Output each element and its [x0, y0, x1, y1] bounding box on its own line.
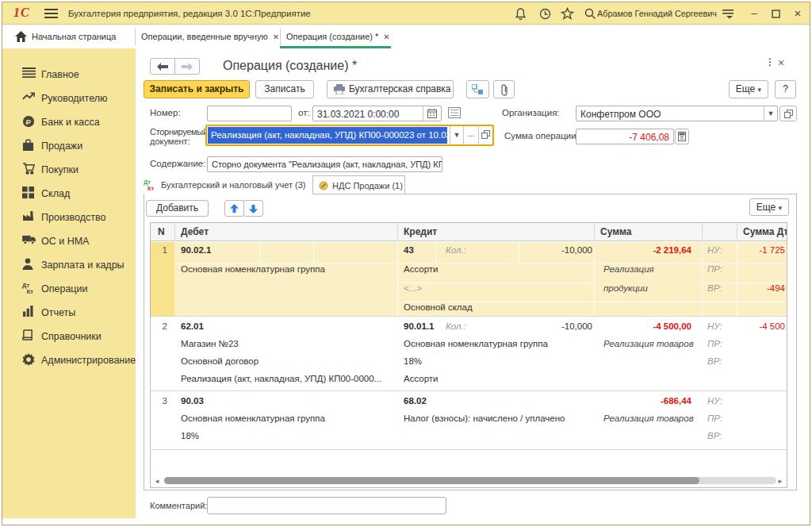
sidebar-item-1[interactable]: Главное [2, 67, 136, 90]
form-menu-dots-icon[interactable]: ⋮ [765, 56, 775, 67]
window-tab-bar: Начальная страница Операции, введенные в… [2, 25, 810, 48]
close-tab-icon[interactable]: ✕ [383, 33, 389, 41]
form-title: Операция (создание) * [223, 59, 357, 73]
form-close-icon[interactable]: × [778, 56, 784, 69]
save-and-close-button[interactable]: Записать и закрыть [144, 80, 250, 98]
search-icon[interactable] [584, 7, 598, 21]
sidebar-item-6[interactable]: Склад [2, 187, 136, 209]
printer-icon [334, 84, 345, 94]
page-box-top-border [312, 194, 797, 194]
organization-label: Организация: [502, 108, 560, 117]
sidebar-item-2[interactable]: Руководителю [2, 91, 136, 113]
forward-button[interactable] [174, 58, 200, 75]
open-doc-button[interactable] [478, 126, 492, 144]
table-row-3[interactable]: 390.03Основная номенклатурная группа18%6… [151, 392, 787, 450]
row-number: 2 [151, 321, 167, 331]
dtkt-icon: Дт Кт [144, 179, 156, 190]
bag-icon [22, 139, 37, 154]
col-credit: Кредит [404, 226, 437, 237]
tab-operation-create[interactable]: Операция (создание) * ✕ [286, 25, 390, 48]
user-menu-icon[interactable] [722, 9, 737, 22]
postings-table[interactable]: N Дебет Кредит Сумма Сумма Дт 190.02.1Ос… [150, 222, 787, 488]
form-more-button[interactable]: Еще ▾ [729, 80, 768, 98]
sidebar-item-10[interactable]: ДтКтОперации [2, 282, 136, 304]
table-header: N Дебет Кредит Сумма Сумма Дт [151, 223, 787, 241]
tab-home[interactable]: Начальная страница [15, 25, 116, 48]
content-input[interactable]: Сторно документа "Реализация (акт, накла… [207, 156, 442, 172]
choose-button[interactable]: ... [463, 126, 478, 144]
add-row-button[interactable]: Добавить [146, 200, 209, 217]
sidebar-item-5[interactable]: Покупки [2, 163, 136, 185]
col-n: N [158, 226, 165, 237]
move-down-button[interactable] [243, 200, 263, 217]
dropdown-arrow-icon[interactable]: ▼ [764, 106, 777, 121]
tab-manual-operations[interactable]: Операции, введенные вручную ✕ [141, 25, 279, 48]
horizontal-scrollbar[interactable]: ◄ ► [152, 476, 785, 486]
save-button[interactable]: Записать [255, 80, 314, 98]
maximize-button[interactable] [768, 7, 783, 20]
table-row-1[interactable]: 190.02.1Основная номенклатурная группа43… [151, 242, 787, 317]
comment-label: Комментарий: [150, 501, 207, 510]
storno-doc-combo[interactable]: Реализация (акт, накладная, УПД) КП00-00… [205, 125, 494, 146]
grid-icon [22, 187, 37, 202]
svg-text:P: P [26, 117, 31, 126]
scrollbar-thumb[interactable] [164, 477, 699, 484]
storno-doc-label2: документ: [150, 137, 190, 146]
notifications-bell-icon[interactable] [514, 7, 528, 21]
close-tab-icon[interactable]: ✕ [273, 33, 279, 41]
favorites-star-icon[interactable] [561, 7, 575, 21]
person-icon [22, 258, 37, 273]
back-button[interactable] [150, 58, 175, 75]
organization-combo[interactable]: Конфетпром ООО ▼ [576, 106, 778, 121]
minimize-button[interactable]: – [747, 7, 761, 20]
move-up-button[interactable] [224, 200, 244, 217]
date-from-label: от: [298, 108, 310, 117]
history-icon[interactable] [538, 7, 553, 21]
main-menu-icon[interactable] [44, 9, 58, 18]
number-input[interactable] [207, 106, 292, 121]
page-tab-vat[interactable]: НДС Продажи (1) [312, 175, 405, 194]
accounting-reference-button[interactable]: Бухгалтерская справка [327, 80, 454, 98]
help-button[interactable]: ? [775, 80, 796, 98]
sidebar-item-12[interactable]: Справочники [2, 329, 136, 352]
number-label: Номер: [150, 108, 181, 117]
tab-divider [135, 28, 136, 45]
title-bar: 1С Бухгалтерия предприятия, редакция 3.0… [2, 2, 810, 25]
organization-open-button[interactable] [779, 106, 797, 121]
truck-icon [22, 234, 37, 249]
table-more-button[interactable]: Еще ▾ [749, 198, 789, 216]
trend-icon [22, 91, 37, 106]
storno-doc-label: Сторнируемый [150, 127, 208, 137]
calendar-icon[interactable] [423, 106, 441, 121]
cart-icon [22, 163, 37, 178]
current-user[interactable]: Абрамов Геннадий Сергеевич [597, 9, 717, 18]
structure-button[interactable] [466, 80, 489, 98]
sidebar: ГлавноеРуководителюPБанк и кассаПродажиП… [2, 48, 136, 518]
history-list-icon[interactable] [448, 107, 461, 118]
calculator-icon[interactable] [675, 129, 689, 144]
sidebar-item-4[interactable]: Продажи [2, 139, 136, 161]
dropdown-arrow-icon[interactable]: ▼ [450, 126, 463, 144]
comment-input[interactable] [207, 497, 446, 514]
svg-text:Кт: Кт [27, 288, 34, 294]
book-icon [22, 329, 37, 344]
sidebar-item-13[interactable]: Администрирование [2, 353, 136, 375]
sidebar-item-9[interactable]: Зарплата и кадры [2, 258, 136, 280]
attachment-button[interactable] [493, 80, 515, 98]
col-sum: Сумма [600, 226, 631, 237]
app-window: 1С Бухгалтерия предприятия, редакция 3.0… [2, 2, 810, 525]
date-input[interactable]: 31.03.2021 0:00:00 [312, 106, 442, 121]
storno-doc-value[interactable]: Реализация (акт, накладная, УПД) КП00-00… [208, 127, 447, 144]
col-debit: Дебет [181, 226, 209, 237]
operation-sum-input[interactable]: -7 406,08 [576, 129, 674, 144]
sidebar-item-7[interactable]: Производство [2, 210, 136, 233]
dtkt-icon: ДтКт [22, 282, 37, 297]
1c-logo: 1С [13, 6, 30, 20]
table-row-2[interactable]: 262.01Магазин №23Основной договорРеализа… [151, 317, 787, 391]
window-title: Бухгалтерия предприятия, редакция 3.0 1С… [68, 9, 311, 18]
sidebar-item-8[interactable]: ОС и НМА [2, 234, 136, 256]
close-window-button[interactable]: × [791, 7, 805, 20]
row-number: 1 [151, 245, 167, 255]
sidebar-item-11[interactable]: Отчеты [2, 306, 136, 328]
sidebar-item-3[interactable]: PБанк и касса [2, 115, 136, 137]
